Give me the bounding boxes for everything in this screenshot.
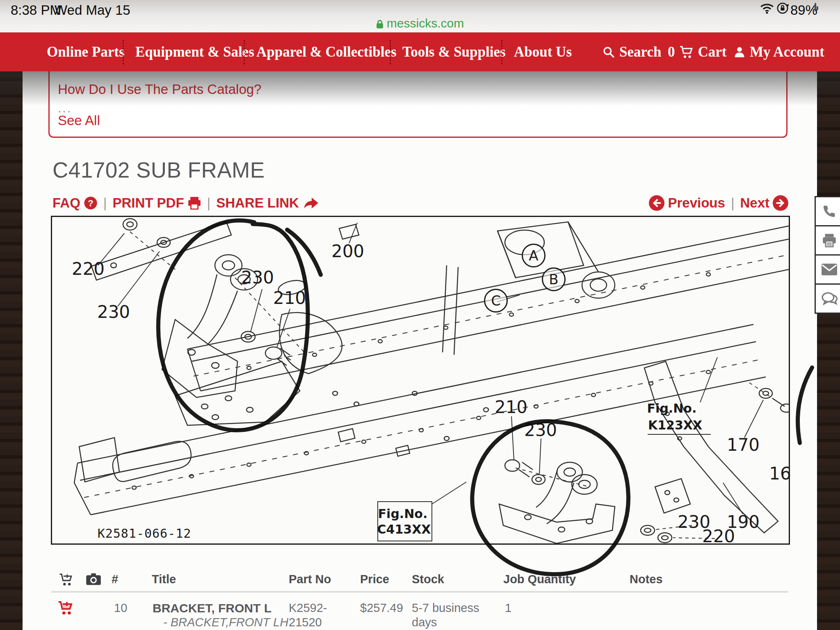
- row-stock-line1: 5-7 business: [412, 601, 479, 615]
- col-header-stock: Stock: [412, 573, 444, 586]
- row-price: $257.49: [360, 601, 403, 615]
- nav-tools-supplies[interactable]: Tools & Supplies: [402, 44, 506, 60]
- part-label-230-circled: 230: [241, 267, 274, 288]
- fig-no-label-c413: Fig.No.: [378, 507, 428, 521]
- account-label: My Account: [750, 44, 824, 60]
- row-subtitle: - BRACKET,FRONT LH: [163, 616, 288, 629]
- nav-divider: [244, 40, 245, 64]
- toolbar-divider: |: [103, 195, 107, 211]
- address-bar[interactable]: messicks.com: [0, 16, 840, 30]
- drawing-number: K2581-066-12: [98, 526, 192, 541]
- wallpaper-left: [0, 71, 23, 630]
- col-header-number: #: [112, 573, 118, 586]
- chat-bubbles-icon: [821, 292, 838, 306]
- date: Wed May 15: [55, 2, 130, 18]
- callout-a: A: [522, 244, 546, 267]
- faq-label: FAQ: [52, 195, 80, 211]
- call-button[interactable]: [815, 196, 840, 226]
- nav-divider: [390, 40, 391, 64]
- chat-button[interactable]: [815, 283, 840, 314]
- pager-divider: |: [731, 195, 735, 211]
- col-header-part-no: Part No: [289, 573, 331, 586]
- share-link[interactable]: SHARE LINK: [216, 195, 319, 211]
- see-all-link[interactable]: See All: [58, 113, 100, 128]
- row-title[interactable]: BRACKET, FRONT L: [153, 601, 272, 615]
- nav-divider: [501, 40, 502, 64]
- callout-c: C: [484, 289, 508, 313]
- printer-icon: [822, 233, 837, 247]
- status-bar: 8:38 PM Wed May 15 89% messicks.com: [0, 0, 840, 32]
- fig-no-value-c413: C413XX: [377, 522, 431, 536]
- site-navbar: Online Parts Equipment & Sales Apparel &…: [0, 32, 840, 71]
- question-icon: ?: [84, 196, 98, 210]
- search-button[interactable]: Search: [602, 44, 661, 60]
- printer-icon: [187, 196, 201, 210]
- part-label-220-bottom: 220: [702, 526, 735, 546]
- url-text: messicks.com: [387, 16, 464, 30]
- row-part-no-line2: 21520: [289, 616, 322, 629]
- row-stock-line2: days: [412, 616, 437, 629]
- battery-icon: [815, 4, 816, 11]
- email-button[interactable]: [815, 254, 840, 285]
- previous-icon: [649, 195, 664, 211]
- cart-label: Cart: [698, 44, 727, 60]
- nav-equipment-sales[interactable]: Equipment & Sales: [135, 44, 254, 60]
- nav-about-us[interactable]: About Us: [514, 44, 572, 60]
- diagram-toolbar: FAQ ? | PRINT PDF | SHARE LINK: [52, 194, 319, 212]
- part-label-210-circled: 210: [273, 288, 306, 308]
- page-title: C41702 SUB FRAME: [52, 158, 265, 183]
- part-label-200: 200: [331, 241, 364, 261]
- part-label-170: 170: [727, 435, 760, 455]
- previous-button[interactable]: Previous: [649, 195, 725, 211]
- print-button[interactable]: [815, 225, 840, 256]
- next-icon: [773, 195, 788, 211]
- wallpaper-right: [817, 71, 840, 630]
- table-header-divider: [51, 591, 788, 593]
- row-number: 10: [114, 601, 127, 615]
- toolbar-divider: |: [207, 195, 211, 211]
- help-link[interactable]: How Do I Use The Parts Catalog?: [58, 82, 261, 97]
- parts-catalog-help-box: How Do I Use The Parts Catalog? ... See …: [48, 66, 788, 138]
- person-icon: [733, 46, 746, 59]
- part-label-160-clipped: 16: [769, 463, 791, 484]
- faq-link[interactable]: FAQ ?: [52, 195, 98, 211]
- next-label: Next: [740, 195, 769, 211]
- fig-no-label-k123: Fig.No.: [647, 401, 697, 415]
- share-link-label: SHARE LINK: [216, 195, 299, 211]
- cart-button[interactable]: 0 Cart: [668, 44, 726, 60]
- subframe-line-art: [52, 217, 789, 543]
- part-label-210-mid: 210: [495, 397, 527, 417]
- row-part-no-line1: K2592-: [289, 601, 327, 615]
- add-all-to-cart-header-icon[interactable]: [59, 573, 74, 587]
- rotation-lock-icon: [776, 2, 789, 14]
- search-label: Search: [619, 44, 661, 60]
- nav-divider: [123, 40, 124, 64]
- envelope-icon: [822, 263, 837, 276]
- row-job-quantity: 1: [505, 601, 511, 615]
- ipad-screen: 8:38 PM Wed May 15 89% messicks.com Onli…: [0, 0, 840, 630]
- search-icon: [602, 46, 615, 59]
- svg-text:?: ?: [88, 198, 94, 208]
- contact-rail: [815, 197, 840, 314]
- share-arrow-icon: [302, 196, 319, 210]
- add-to-cart-button[interactable]: [57, 600, 75, 616]
- print-pdf-link[interactable]: PRINT PDF: [112, 195, 201, 211]
- part-label-220: 220: [72, 259, 105, 279]
- part-label-230-mid: 230: [524, 420, 557, 440]
- parts-diagram-image: [51, 216, 790, 545]
- my-account-button[interactable]: My Account: [733, 44, 824, 60]
- nav-online-parts[interactable]: Online Parts: [47, 44, 125, 60]
- cart-icon: [679, 46, 694, 59]
- col-header-price: Price: [360, 573, 389, 586]
- next-button[interactable]: Next: [740, 195, 788, 211]
- callout-b: B: [542, 267, 566, 291]
- wifi-icon: [760, 3, 774, 14]
- cart-count: 0: [668, 44, 675, 60]
- battery-percent: 89%: [790, 2, 817, 18]
- phone-icon: [822, 204, 837, 219]
- col-header-job-quantity: Job Quantity: [503, 573, 576, 586]
- clock: 8:38 PM: [11, 2, 61, 18]
- col-header-notes: Notes: [630, 573, 663, 586]
- photo-column-header-icon[interactable]: [86, 573, 101, 586]
- nav-apparel-collectibles[interactable]: Apparel & Collectibles: [256, 44, 397, 60]
